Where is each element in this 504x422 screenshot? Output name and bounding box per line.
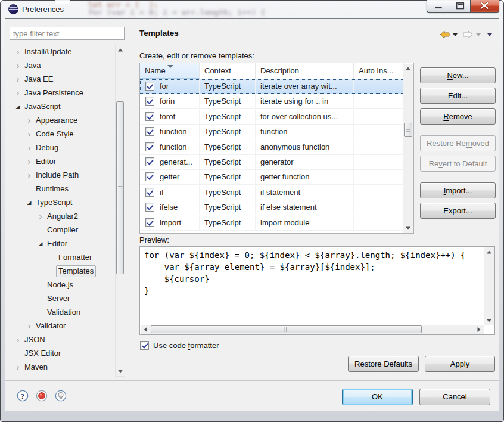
export-button[interactable]: Export... <box>420 203 496 219</box>
tree-scrollbar[interactable] <box>115 45 125 377</box>
tree-collapsed-icon[interactable]: › <box>25 169 33 182</box>
ok-button[interactable]: OK <box>342 389 413 405</box>
tree-item-appearance[interactable]: ›Appearance <box>5 114 115 127</box>
titlebar[interactable]: let arr = [ ]; for (var i = 0; i < arr.l… <box>0 0 504 18</box>
tree-item-validation[interactable]: Validation <box>5 306 115 319</box>
cancel-button[interactable]: Cancel <box>419 389 490 405</box>
tree-item-templates[interactable]: Templates <box>5 265 115 278</box>
tree-expanded-icon[interactable]: ◢ <box>36 237 45 250</box>
template-enabled-checkbox[interactable] <box>145 157 154 166</box>
table-scrollbar-thumb[interactable] <box>404 123 412 137</box>
preview-box[interactable]: for (var ${index} = 0; ${index} < ${arra… <box>139 246 495 335</box>
remove-button[interactable]: Remove <box>420 108 496 125</box>
table-row-generat-5[interactable]: generat...TypeScriptgenerator <box>140 155 404 170</box>
pane-divider[interactable] <box>129 23 129 380</box>
scroll-down-icon[interactable] <box>116 367 125 376</box>
tree-expanded-icon[interactable]: ◢ <box>25 196 33 209</box>
template-enabled-checkbox[interactable] <box>145 112 154 121</box>
tree-expanded-icon[interactable]: ◢ <box>14 100 22 113</box>
tree-item-angular2[interactable]: ›Angular2 <box>5 210 115 223</box>
tree-collapsed-icon[interactable]: › <box>25 128 33 141</box>
tree-item-java[interactable]: ›Java <box>5 59 115 72</box>
table-row-function-4[interactable]: functionTypeScriptanonymous function <box>140 140 404 155</box>
template-enabled-checkbox[interactable] <box>145 218 154 227</box>
tree-item-typescript[interactable]: ◢TypeScript <box>5 196 115 209</box>
lightbulb-icon[interactable] <box>55 390 67 402</box>
tree-item-editor[interactable]: ◢Editor <box>5 237 115 250</box>
forward-arrow-icon[interactable] <box>463 30 473 39</box>
scroll-right-icon[interactable] <box>474 325 484 334</box>
preview-hscrollbar[interactable] <box>141 325 484 334</box>
tree-collapsed-icon[interactable]: › <box>25 114 33 127</box>
tree-collapsed-icon[interactable]: › <box>36 210 45 223</box>
table-row-forof-2[interactable]: forofTypeScriptfor over collection us... <box>140 110 404 125</box>
tree-item-formatter[interactable]: Formatter <box>5 251 115 264</box>
help-icon[interactable]: ? <box>17 390 29 402</box>
tree-item-javascript[interactable]: ◢JavaScript <box>5 100 115 113</box>
tree-collapsed-icon[interactable]: › <box>14 45 22 58</box>
tree-item-jsx-editor[interactable]: JSX Editor <box>5 347 115 360</box>
table-row-for-0[interactable]: forTypeScriptiterate over array wit... <box>140 79 404 94</box>
table-row-ifelse-8[interactable]: ifelseTypeScriptif else statement <box>140 200 404 215</box>
tree-item-include-path[interactable]: ›Include Path <box>5 169 115 182</box>
scroll-up-icon[interactable] <box>116 45 125 55</box>
tree-item-server[interactable]: Server <box>5 292 115 305</box>
preview-vscrollbar[interactable] <box>484 247 494 325</box>
maximize-button[interactable] <box>450 0 471 13</box>
revert-to-default-button[interactable]: Revert to Default <box>420 156 496 172</box>
scroll-down-icon[interactable] <box>484 316 494 325</box>
tree-collapsed-icon[interactable]: › <box>25 319 33 333</box>
table-row-import-9[interactable]: importTypeScriptimport module <box>140 216 404 231</box>
record-icon[interactable] <box>36 390 48 402</box>
column-header-context[interactable]: Context <box>200 63 256 79</box>
tree-scrollbar-thumb[interactable] <box>116 101 124 274</box>
back-history-dropdown-icon[interactable] <box>453 33 458 36</box>
templates-table[interactable]: NameContextDescriptionAuto Ins... forTyp… <box>139 63 414 234</box>
view-menu-dropdown-icon[interactable] <box>487 33 492 36</box>
scroll-up-icon[interactable] <box>403 64 413 73</box>
tree-item-validator[interactable]: ›Validator <box>5 319 115 333</box>
column-header-description[interactable]: Description <box>256 63 354 79</box>
scroll-left-icon[interactable] <box>141 325 150 334</box>
table-row-function-3[interactable]: functionTypeScriptfunction <box>140 125 404 139</box>
minimize-button[interactable] <box>427 0 450 13</box>
tree-item-maven[interactable]: ›Maven <box>5 361 115 374</box>
restore-removed-button[interactable]: Restore Removed <box>420 135 496 151</box>
forward-history-dropdown-icon[interactable] <box>476 33 481 36</box>
template-enabled-checkbox[interactable] <box>145 82 154 91</box>
tree-collapsed-icon[interactable]: › <box>25 141 33 154</box>
tree-collapsed-icon[interactable]: › <box>14 333 22 346</box>
use-code-formatter-option[interactable]: Use code formatter <box>140 341 219 352</box>
table-row-forin-1[interactable]: forinTypeScriptiterate using for .. in <box>140 94 404 109</box>
tree-item-java-ee[interactable]: ›Java EE <box>5 73 115 86</box>
template-enabled-checkbox[interactable] <box>145 97 154 106</box>
tree-item-debug[interactable]: ›Debug <box>5 141 115 154</box>
template-enabled-checkbox[interactable] <box>145 172 154 181</box>
scroll-up-icon[interactable] <box>484 247 494 257</box>
table-row-if-7[interactable]: ifTypeScriptif statement <box>140 185 404 200</box>
tree-item-runtimes[interactable]: Runtimes <box>5 182 115 196</box>
tree-collapsed-icon[interactable]: › <box>14 59 22 72</box>
column-header-auto-ins[interactable]: Auto Ins... <box>354 63 404 79</box>
tree-item-compiler[interactable]: Compiler <box>5 224 115 237</box>
template-enabled-checkbox[interactable] <box>145 142 154 151</box>
tree-collapsed-icon[interactable]: › <box>14 86 22 100</box>
tree-item-node-js[interactable]: Node.js <box>5 278 115 291</box>
restore-defaults-button[interactable]: Restore Defaults <box>348 356 419 372</box>
back-arrow-icon[interactable] <box>440 30 450 39</box>
tree-item-install-update[interactable]: ›Install/Update <box>5 45 115 58</box>
table-scrollbar[interactable] <box>403 64 413 233</box>
tree-item-code-style[interactable]: ›Code Style <box>5 128 115 141</box>
edit-button[interactable]: Edit... <box>420 88 496 104</box>
new-button[interactable]: New... <box>420 67 496 83</box>
tree-collapsed-icon[interactable]: › <box>14 361 22 374</box>
template-enabled-checkbox[interactable] <box>145 188 154 197</box>
import-button[interactable]: Import... <box>420 182 496 198</box>
tree-collapsed-icon[interactable]: › <box>14 73 22 86</box>
tree-collapsed-icon[interactable]: › <box>25 155 33 168</box>
column-header-name[interactable]: Name <box>140 63 200 79</box>
tree-item-editor[interactable]: ›Editor <box>5 155 115 168</box>
template-enabled-checkbox[interactable] <box>145 203 154 212</box>
apply-button[interactable]: Apply <box>425 356 495 372</box>
preview-hscrollbar-thumb[interactable] <box>151 325 422 333</box>
